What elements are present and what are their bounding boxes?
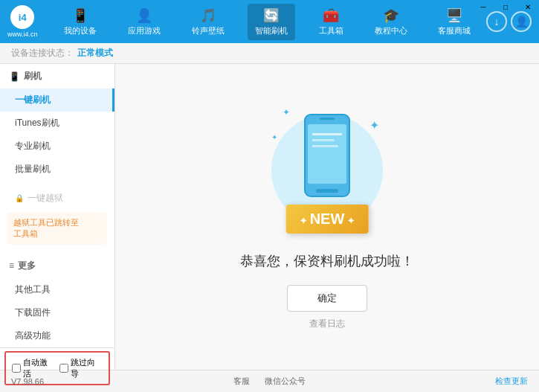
nav-ringtones[interactable]: 🎵 铃声壁纸 <box>184 4 232 40</box>
my-device-label: 我的设备 <box>64 25 97 36</box>
device-item: 📱 iPhone 15 Pro Max 512GB iPhone <box>0 388 114 392</box>
svg-rect-6 <box>312 145 338 147</box>
content-area: NEW ✦ ✦ ✦ 恭喜您，保资料刷机成功啦！ 确定 查看日志 <box>115 64 539 370</box>
svg-rect-2 <box>316 189 338 193</box>
sparkle-2: ✦ <box>283 107 290 118</box>
toolbox-label: 工具箱 <box>319 25 343 36</box>
toolbox-icon: 🧰 <box>323 7 339 24</box>
svg-rect-3 <box>320 118 335 120</box>
ringtones-icon: 🎵 <box>200 7 216 24</box>
jailbreak-label: 一键越狱 <box>28 192 63 205</box>
sidebar-item-one-key-flash[interactable]: 一键刷机 <box>0 89 114 112</box>
sparkle-3: ✦ <box>271 133 277 141</box>
smart-flash-label: 智能刷机 <box>255 25 288 36</box>
ringtones-label: 铃声壁纸 <box>192 25 225 36</box>
logo-subtext: www.i4.cn <box>7 30 38 38</box>
sidebar-more-header: ≡ 更多 <box>0 254 114 278</box>
log-link[interactable]: 查看日志 <box>309 318 345 330</box>
logo-text: i4 <box>19 12 27 23</box>
sidebar-item-pro-flash[interactable]: 专业刷机 <box>0 135 114 158</box>
skip-guide-checkbox[interactable] <box>59 364 68 373</box>
skip-guide-label: 跳过向导 <box>71 357 103 379</box>
statusbar: 设备连接状态： 正常模式 <box>0 43 539 64</box>
nav-service[interactable]: 🖥️ 客服商城 <box>430 4 478 40</box>
lock-icon: 🔒 <box>15 194 24 202</box>
sidebar-item-advanced[interactable]: 高级功能 <box>0 324 114 347</box>
more-section-label: 更多 <box>18 260 36 272</box>
topbar-right: ↓ 👤 <box>486 11 532 32</box>
sidebar-warning: 越狱工具已跳转至工具箱 <box>7 213 107 245</box>
sidebar-flash-header: 📱 刷机 <box>0 64 114 89</box>
my-device-icon: 📱 <box>72 7 88 24</box>
logo-circle: i4 <box>10 5 34 29</box>
minimize-button[interactable]: ─ <box>472 0 494 13</box>
nav-apps-games[interactable]: 👤 应用游戏 <box>120 4 168 40</box>
phone-wrapper: NEW ✦ ✦ ✦ <box>268 103 387 237</box>
sidebar-item-itunes-flash[interactable]: iTunes刷机 <box>0 112 114 135</box>
more-section-icon: ≡ <box>9 260 14 271</box>
sidebar-item-other-tools[interactable]: 其他工具 <box>0 278 114 301</box>
svg-rect-5 <box>312 139 335 141</box>
statusbar-value: 正常模式 <box>77 47 113 60</box>
nav-items: 📱 我的设备 👤 应用游戏 🎵 铃声壁纸 🔄 智能刷机 🧰 工具箱 🎓 教程中心… <box>49 4 486 40</box>
main-layout: 📱 刷机 一键刷机 iTunes刷机 专业刷机 批量刷机 🔒 一键越狱 越狱工具… <box>0 64 539 370</box>
sparkle-1: ✦ <box>369 118 379 132</box>
sidebar-item-download-firmware[interactable]: 下载固件 <box>0 301 114 324</box>
apps-icon: 👤 <box>136 7 152 24</box>
apps-label: 应用游戏 <box>128 25 161 36</box>
tutorial-icon: 🎓 <box>383 7 399 24</box>
new-banner: NEW <box>286 205 369 234</box>
statusbar-label: 设备连接状态： <box>11 47 74 60</box>
service-label: 客服商城 <box>438 25 471 36</box>
nav-smart-flash[interactable]: 🔄 智能刷机 <box>248 4 295 40</box>
sidebar-item-jailbreak: 🔒 一键越狱 <box>0 187 114 210</box>
topbar: i4 www.i4.cn 📱 我的设备 👤 应用游戏 🎵 铃声壁纸 🔄 智能刷机… <box>0 0 539 43</box>
nav-my-device[interactable]: 📱 我的设备 <box>57 4 104 40</box>
success-title: 恭喜您，保资料刷机成功啦！ <box>240 252 414 270</box>
success-illustration: NEW ✦ ✦ ✦ <box>268 103 387 237</box>
phone-svg <box>297 111 357 215</box>
sidebar: 📱 刷机 一键刷机 iTunes刷机 专业刷机 批量刷机 🔒 一键越狱 越狱工具… <box>0 64 115 370</box>
svg-rect-4 <box>312 133 342 135</box>
check-update-link[interactable]: 检查更新 <box>495 376 528 387</box>
close-button[interactable]: ✕ <box>517 0 539 13</box>
auto-activate-checkbox[interactable] <box>12 364 21 373</box>
smart-flash-icon: 🔄 <box>263 7 280 24</box>
flash-section-icon: 📱 <box>9 71 20 82</box>
flash-section-label: 刷机 <box>24 70 42 83</box>
home-link[interactable]: 客服 <box>233 376 250 387</box>
version-label: V7.98.66 <box>11 377 44 386</box>
user-button[interactable]: 👤 <box>511 11 532 32</box>
logo: i4 www.i4.cn <box>7 5 38 38</box>
sidebar-item-batch-flash[interactable]: 批量刷机 <box>0 158 114 181</box>
nav-toolbox[interactable]: 🧰 工具箱 <box>312 4 351 40</box>
wechat-link[interactable]: 微信公众号 <box>265 376 306 387</box>
download-button[interactable]: ↓ <box>486 11 507 32</box>
auto-activate-label: 自动激活 <box>23 357 56 379</box>
auto-activate-checkbox-label[interactable]: 自动激活 <box>12 357 56 379</box>
service-icon: 🖥️ <box>446 7 462 24</box>
skip-guide-checkbox-label[interactable]: 跳过向导 <box>59 357 103 379</box>
nav-tutorial[interactable]: 🎓 教程中心 <box>367 4 415 40</box>
maximize-button[interactable]: □ <box>494 0 517 13</box>
confirm-button[interactable]: 确定 <box>287 285 367 312</box>
tutorial-label: 教程中心 <box>375 25 407 36</box>
